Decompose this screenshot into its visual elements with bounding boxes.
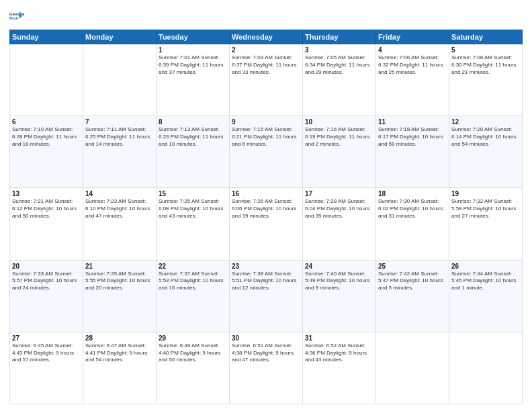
day-number: 1 xyxy=(159,46,227,54)
day-header-friday: Friday xyxy=(376,30,449,44)
calendar-cell: 11Sunrise: 7:18 AM Sunset: 6:17 PM Dayli… xyxy=(376,116,449,188)
calendar-page: General Blue SundayMondayTuesdayWednesda… xyxy=(0,0,532,411)
calendar-cell: 6Sunrise: 7:10 AM Sunset: 6:28 PM Daylig… xyxy=(10,116,83,188)
day-number: 22 xyxy=(159,263,227,270)
calendar-cell: 20Sunrise: 7:33 AM Sunset: 5:57 PM Dayli… xyxy=(10,260,83,332)
day-detail: Sunrise: 7:35 AM Sunset: 5:55 PM Dayligh… xyxy=(85,271,154,292)
calendar-cell: 28Sunrise: 6:47 AM Sunset: 4:41 PM Dayli… xyxy=(83,332,157,404)
day-detail: Sunrise: 7:16 AM Sunset: 6:19 PM Dayligh… xyxy=(305,126,373,148)
calendar-cell xyxy=(10,44,83,116)
day-detail: Sunrise: 7:28 AM Sunset: 6:04 PM Dayligh… xyxy=(305,198,373,220)
header: General Blue xyxy=(9,7,523,26)
day-number: 26 xyxy=(451,263,520,270)
day-detail: Sunrise: 7:03 AM Sunset: 6:37 PM Dayligh… xyxy=(232,54,300,76)
day-detail: Sunrise: 7:37 AM Sunset: 5:53 PM Dayligh… xyxy=(159,271,227,292)
svg-text:General: General xyxy=(9,12,25,16)
day-header-wednesday: Wednesday xyxy=(230,30,303,44)
day-number: 3 xyxy=(305,46,373,54)
header-row: SundayMondayTuesdayWednesdayThursdayFrid… xyxy=(10,30,523,44)
day-number: 14 xyxy=(85,190,154,197)
day-detail: Sunrise: 7:25 AM Sunset: 6:08 PM Dayligh… xyxy=(159,198,227,220)
day-number: 12 xyxy=(451,118,520,126)
day-number: 17 xyxy=(305,190,373,197)
svg-text:Blue: Blue xyxy=(9,16,19,20)
day-number: 8 xyxy=(159,118,227,126)
day-detail: Sunrise: 7:38 AM Sunset: 5:51 PM Dayligh… xyxy=(232,271,300,292)
calendar-cell: 16Sunrise: 7:26 AM Sunset: 6:06 PM Dayli… xyxy=(230,188,303,260)
calendar-cell: 22Sunrise: 7:37 AM Sunset: 5:53 PM Dayli… xyxy=(157,260,230,332)
calendar-cell: 21Sunrise: 7:35 AM Sunset: 5:55 PM Dayli… xyxy=(83,260,157,332)
day-detail: Sunrise: 7:20 AM Sunset: 6:14 PM Dayligh… xyxy=(451,126,520,148)
day-detail: Sunrise: 6:52 AM Sunset: 4:36 PM Dayligh… xyxy=(305,342,373,364)
week-row-5: 27Sunrise: 6:45 AM Sunset: 4:43 PM Dayli… xyxy=(10,332,523,404)
day-number: 13 xyxy=(12,190,81,197)
day-header-saturday: Saturday xyxy=(449,30,523,44)
day-number: 10 xyxy=(305,118,373,126)
day-number: 27 xyxy=(12,334,81,342)
logo-icon: General Blue xyxy=(9,7,28,26)
calendar-cell: 17Sunrise: 7:28 AM Sunset: 6:04 PM Dayli… xyxy=(303,188,376,260)
day-number: 4 xyxy=(378,46,447,54)
day-detail: Sunrise: 7:06 AM Sunset: 6:32 PM Dayligh… xyxy=(378,54,447,76)
calendar-cell: 25Sunrise: 7:42 AM Sunset: 5:47 PM Dayli… xyxy=(376,260,449,332)
day-detail: Sunrise: 7:23 AM Sunset: 6:10 PM Dayligh… xyxy=(85,198,154,220)
day-number: 9 xyxy=(232,118,300,126)
day-number: 29 xyxy=(159,334,227,342)
day-detail: Sunrise: 7:11 AM Sunset: 6:25 PM Dayligh… xyxy=(85,126,154,148)
day-number: 11 xyxy=(378,118,447,126)
calendar-cell: 2Sunrise: 7:03 AM Sunset: 6:37 PM Daylig… xyxy=(230,44,303,116)
week-row-3: 13Sunrise: 7:21 AM Sunset: 6:12 PM Dayli… xyxy=(10,188,523,260)
day-number: 15 xyxy=(159,190,227,197)
week-row-4: 20Sunrise: 7:33 AM Sunset: 5:57 PM Dayli… xyxy=(10,260,523,332)
calendar-cell: 30Sunrise: 6:51 AM Sunset: 4:38 PM Dayli… xyxy=(230,332,303,404)
day-number: 20 xyxy=(12,263,81,270)
day-detail: Sunrise: 7:01 AM Sunset: 6:39 PM Dayligh… xyxy=(159,54,227,76)
day-detail: Sunrise: 7:21 AM Sunset: 6:12 PM Dayligh… xyxy=(12,198,81,220)
day-number: 2 xyxy=(232,46,300,54)
day-number: 21 xyxy=(85,263,154,270)
logo: General Blue xyxy=(9,7,28,26)
day-detail: Sunrise: 6:49 AM Sunset: 4:40 PM Dayligh… xyxy=(159,342,227,364)
day-header-tuesday: Tuesday xyxy=(157,30,230,44)
calendar-cell: 8Sunrise: 7:13 AM Sunset: 6:23 PM Daylig… xyxy=(157,116,230,188)
day-number: 28 xyxy=(85,334,154,342)
calendar-cell: 15Sunrise: 7:25 AM Sunset: 6:08 PM Dayli… xyxy=(157,188,230,260)
day-detail: Sunrise: 7:30 AM Sunset: 6:02 PM Dayligh… xyxy=(378,198,447,220)
calendar-cell: 14Sunrise: 7:23 AM Sunset: 6:10 PM Dayli… xyxy=(83,188,157,260)
week-row-1: 1Sunrise: 7:01 AM Sunset: 6:39 PM Daylig… xyxy=(10,44,523,116)
day-detail: Sunrise: 7:26 AM Sunset: 6:06 PM Dayligh… xyxy=(232,198,300,220)
day-number: 24 xyxy=(305,263,373,270)
day-detail: Sunrise: 7:40 AM Sunset: 5:49 PM Dayligh… xyxy=(305,271,373,292)
week-row-2: 6Sunrise: 7:10 AM Sunset: 6:28 PM Daylig… xyxy=(10,116,523,188)
day-detail: Sunrise: 7:44 AM Sunset: 5:45 PM Dayligh… xyxy=(451,271,520,292)
calendar-cell: 29Sunrise: 6:49 AM Sunset: 4:40 PM Dayli… xyxy=(157,332,230,404)
calendar-cell xyxy=(376,332,449,404)
day-number: 23 xyxy=(232,263,300,270)
calendar-cell: 9Sunrise: 7:15 AM Sunset: 6:21 PM Daylig… xyxy=(230,116,303,188)
calendar-cell: 1Sunrise: 7:01 AM Sunset: 6:39 PM Daylig… xyxy=(157,44,230,116)
day-detail: Sunrise: 6:51 AM Sunset: 4:38 PM Dayligh… xyxy=(232,342,300,364)
day-header-monday: Monday xyxy=(83,30,157,44)
calendar-cell: 24Sunrise: 7:40 AM Sunset: 5:49 PM Dayli… xyxy=(303,260,376,332)
calendar-cell: 18Sunrise: 7:30 AM Sunset: 6:02 PM Dayli… xyxy=(376,188,449,260)
calendar-cell: 5Sunrise: 7:08 AM Sunset: 6:30 PM Daylig… xyxy=(449,44,523,116)
calendar-cell: 26Sunrise: 7:44 AM Sunset: 5:45 PM Dayli… xyxy=(449,260,523,332)
day-detail: Sunrise: 6:45 AM Sunset: 4:43 PM Dayligh… xyxy=(12,342,81,364)
calendar-cell: 23Sunrise: 7:38 AM Sunset: 5:51 PM Dayli… xyxy=(230,260,303,332)
day-number: 6 xyxy=(12,118,81,126)
day-number: 5 xyxy=(451,46,520,54)
day-number: 16 xyxy=(232,190,300,197)
day-number: 19 xyxy=(451,190,520,197)
day-number: 25 xyxy=(378,263,447,270)
day-detail: Sunrise: 7:10 AM Sunset: 6:28 PM Dayligh… xyxy=(12,126,81,148)
day-detail: Sunrise: 7:05 AM Sunset: 6:34 PM Dayligh… xyxy=(305,54,373,76)
day-detail: Sunrise: 7:42 AM Sunset: 5:47 PM Dayligh… xyxy=(378,271,447,292)
day-header-thursday: Thursday xyxy=(303,30,376,44)
day-detail: Sunrise: 7:08 AM Sunset: 6:30 PM Dayligh… xyxy=(451,54,520,76)
day-detail: Sunrise: 6:47 AM Sunset: 4:41 PM Dayligh… xyxy=(85,342,154,364)
day-detail: Sunrise: 7:32 AM Sunset: 5:59 PM Dayligh… xyxy=(451,198,520,220)
calendar-cell: 13Sunrise: 7:21 AM Sunset: 6:12 PM Dayli… xyxy=(10,188,83,260)
day-detail: Sunrise: 7:18 AM Sunset: 6:17 PM Dayligh… xyxy=(378,126,447,148)
day-number: 18 xyxy=(378,190,447,197)
calendar-cell xyxy=(449,332,523,404)
